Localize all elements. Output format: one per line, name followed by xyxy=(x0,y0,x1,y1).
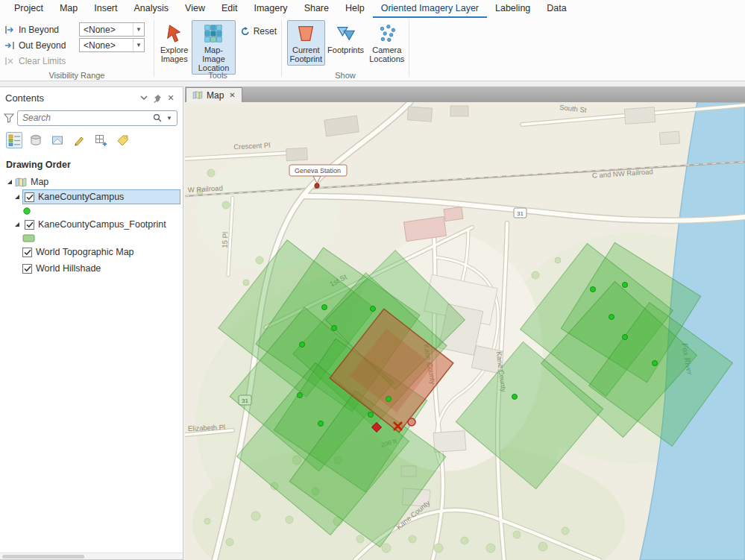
pin-icon[interactable] xyxy=(151,92,164,105)
search-options-caret-icon[interactable]: ▼ xyxy=(163,115,175,122)
camera-locations-label: Camera Locations xyxy=(368,45,406,63)
layer-checkbox[interactable] xyxy=(25,220,34,230)
tab-edit[interactable]: Edit xyxy=(213,0,246,18)
collapse-arrow-icon[interactable] xyxy=(4,179,15,185)
map-image-location-icon xyxy=(202,23,224,44)
drawing-order-heading: Drawing Order xyxy=(0,152,183,174)
layer-label: World Hillshade xyxy=(36,263,101,274)
out-beyond-dropdown[interactable]: <None> ▼ xyxy=(79,38,145,52)
in-beyond-dropdown[interactable]: <None> ▼ xyxy=(79,22,145,37)
layer-checkbox[interactable] xyxy=(22,264,32,274)
selected-layer-row[interactable]: KaneCountyCampus xyxy=(22,189,180,204)
point-symbol-green-dot[interactable] xyxy=(22,207,31,215)
tab-project[interactable]: Project xyxy=(6,0,51,18)
collapse-arrow-icon[interactable] xyxy=(12,221,22,227)
tab-imagery[interactable]: Imagery xyxy=(245,0,295,18)
tree-node-kanecountycampus-footprint[interactable]: KaneCountyCampus_Footprint xyxy=(0,217,183,232)
tab-view[interactable]: View xyxy=(177,0,213,18)
list-by-selection-tab[interactable] xyxy=(49,132,66,148)
map-view-tab[interactable]: Map ✕ xyxy=(186,87,242,102)
clear-limits-button[interactable]: Clear Limits xyxy=(4,53,154,69)
out-beyond-icon xyxy=(4,40,15,51)
map-label-15-pl: 15 Pl xyxy=(221,232,230,248)
layer-label: KaneCountyCampus_Footprint xyxy=(38,219,166,230)
out-beyond-label: Out Beyond xyxy=(19,40,66,51)
explore-images-icon xyxy=(163,23,186,44)
layer-row[interactable]: KaneCountyCampus_Footprint xyxy=(22,217,180,232)
dropdown-caret-icon[interactable]: ▼ xyxy=(133,39,144,51)
tab-analysis[interactable]: Analysis xyxy=(126,0,177,18)
layer-checkbox[interactable] xyxy=(22,248,32,257)
list-by-labeling-tab[interactable] xyxy=(114,132,131,148)
tree-node-map[interactable]: Map xyxy=(0,174,183,189)
clear-limits-icon xyxy=(4,56,15,66)
group-visibility-range: In Beyond <None> ▼ Out Beyond <None> ▼ C… xyxy=(0,18,154,81)
filter-icon[interactable] xyxy=(4,113,14,123)
layer-label: KaneCountyCampus xyxy=(38,192,124,202)
tab-help[interactable]: Help xyxy=(337,0,373,18)
ribbon: Project Map Insert Analysis View Edit Im… xyxy=(0,0,745,81)
in-beyond-row: In Beyond <None> ▼ xyxy=(4,22,154,37)
reset-icon xyxy=(240,26,251,37)
tab-data[interactable]: Data xyxy=(538,0,574,18)
close-tab-icon[interactable]: ✕ xyxy=(229,91,235,99)
footprints-button[interactable]: Footprints xyxy=(327,20,365,57)
current-footprint-button[interactable]: Current Footprint xyxy=(287,20,325,66)
list-by-snapping-tab[interactable] xyxy=(92,132,109,148)
tab-labeling[interactable]: Labeling xyxy=(487,0,538,18)
tab-map[interactable]: Map xyxy=(51,0,86,18)
tab-insert[interactable]: Insert xyxy=(86,0,125,18)
tools-group-label: Tools xyxy=(154,71,281,80)
red-circle-marker[interactable] xyxy=(408,418,415,426)
tree-node-world-topographic-map[interactable]: World Topographic Map xyxy=(0,245,183,259)
footprints-icon xyxy=(335,23,357,44)
list-by-data-source-tab[interactable] xyxy=(28,132,44,148)
search-input[interactable] xyxy=(18,113,151,123)
explore-images-button[interactable]: Explore Images xyxy=(158,20,190,66)
polygon-symbol-green-square[interactable] xyxy=(22,234,35,242)
list-by-editing-tab[interactable] xyxy=(71,132,87,148)
search-icon[interactable] xyxy=(151,113,163,122)
current-footprint-icon xyxy=(295,23,317,44)
footprints-label: Footprints xyxy=(327,45,364,54)
pane-menu-chevron-icon[interactable] xyxy=(137,92,151,105)
in-beyond-value: <None> xyxy=(80,25,133,35)
dropdown-caret-icon[interactable]: ▼ xyxy=(133,23,144,36)
visibility-range-group-label: Visibility Range xyxy=(0,71,154,80)
current-footprint-label: Current Footprint xyxy=(289,45,324,63)
map-label-geneva-station: Geneva Station xyxy=(295,167,341,174)
out-beyond-row: Out Beyond <None> ▼ xyxy=(4,37,154,53)
group-tools: Explore Images Map-Image Location Res xyxy=(154,18,281,81)
group-show: Current Footprint Footprints Camera Loca… xyxy=(282,18,409,81)
map-view: South St Crescent Pl C and NW Railroad W… xyxy=(185,102,745,560)
tab-oriented-imagery-layer[interactable]: Oriented Imagery Layer xyxy=(373,0,487,18)
map-canvas[interactable]: South St Crescent Pl C and NW Railroad W… xyxy=(185,102,745,560)
list-by-drawing-order-tab[interactable] xyxy=(6,132,22,148)
close-icon[interactable]: ✕ xyxy=(164,92,177,105)
camera-locations-icon xyxy=(376,23,398,44)
explore-images-label: Explore Images xyxy=(160,45,189,63)
camera-locations-button[interactable]: Camera Locations xyxy=(367,20,407,66)
layer-symbol-row xyxy=(0,232,183,245)
reset-button[interactable]: Reset xyxy=(237,25,280,38)
map-label-elizabeth-pl: Elizabeth Pl xyxy=(188,423,226,432)
map-tab-icon xyxy=(192,91,203,99)
map-icon xyxy=(15,177,27,187)
contents-pane: Contents ✕ ▼ xyxy=(0,86,183,560)
collapse-arrow-icon[interactable] xyxy=(12,194,22,200)
layer-symbol-row xyxy=(0,204,183,217)
map-node-label: Map xyxy=(31,177,48,187)
tree-node-world-hillshade[interactable]: World Hillshade xyxy=(0,261,183,276)
tree-node-kanecountycampus[interactable]: KaneCountyCampus xyxy=(0,189,183,204)
layer-checkbox[interactable] xyxy=(25,192,34,202)
in-beyond-label: In Beyond xyxy=(19,25,59,35)
contents-title: Contents xyxy=(5,92,44,104)
clear-limits-label: Clear Limits xyxy=(19,56,66,66)
map-image-location-label: Map-Image Location xyxy=(193,45,233,72)
tab-share[interactable]: Share xyxy=(296,0,337,18)
search-box: ▼ xyxy=(17,110,177,126)
horizontal-scrollbar[interactable] xyxy=(0,553,183,559)
map-image-location-button[interactable]: Map-Image Location xyxy=(192,20,235,75)
station-marker xyxy=(315,183,319,188)
out-beyond-value: <None> xyxy=(80,40,133,51)
